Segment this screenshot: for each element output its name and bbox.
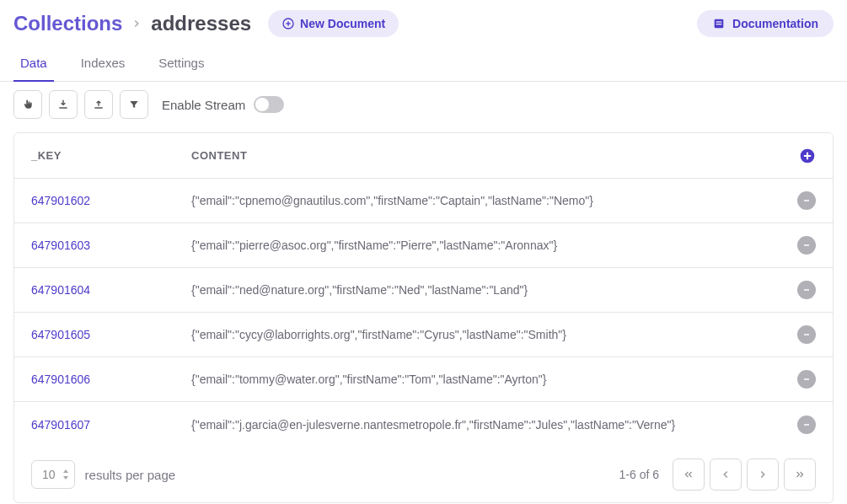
enable-stream-label: Enable Stream bbox=[162, 98, 245, 112]
row-content: {"email":"cycy@laborrights.org","firstNa… bbox=[191, 328, 782, 341]
row-content: {"email":"ned@nature.org","firstName":"N… bbox=[191, 283, 782, 297]
remove-row-button[interactable] bbox=[797, 325, 816, 344]
breadcrumb: Collections addresses bbox=[13, 12, 251, 35]
chevron-right-icon bbox=[757, 469, 769, 480]
table-row: 647901603{"email":"pierre@asoc.org","fir… bbox=[14, 223, 833, 268]
documentation-label: Documentation bbox=[732, 17, 818, 30]
toolbar: Enable Stream bbox=[0, 82, 847, 127]
chevron-double-right-icon bbox=[794, 469, 806, 480]
tabs: Data Indexes Settings bbox=[0, 47, 847, 82]
add-row-button[interactable] bbox=[799, 147, 816, 164]
table-row: 647901602{"email":"cpnemo@gnautilus.com"… bbox=[14, 179, 833, 223]
row-content: {"email":"j.garcia@en-julesverne.nantesm… bbox=[191, 418, 782, 432]
row-key-link[interactable]: 647901607 bbox=[31, 418, 90, 432]
row-content: {"email":"pierre@asoc.org","firstName":"… bbox=[191, 239, 782, 252]
chevron-right-icon bbox=[131, 18, 142, 29]
next-page-button[interactable] bbox=[747, 458, 779, 491]
column-key: _KEY bbox=[31, 149, 191, 162]
remove-row-button[interactable] bbox=[797, 191, 816, 210]
row-key-link[interactable]: 647901606 bbox=[31, 373, 90, 386]
remove-row-button[interactable] bbox=[797, 370, 816, 389]
filter-icon bbox=[128, 99, 140, 110]
upload-icon bbox=[93, 99, 105, 110]
toggle-knob bbox=[255, 98, 269, 111]
caret-icon bbox=[62, 469, 69, 480]
last-page-button[interactable] bbox=[784, 458, 816, 491]
documents-table: _KEY CONTENT 647901602{"email":"cpnemo@g… bbox=[13, 132, 834, 503]
row-content: {"email":"cpnemo@gnautilus.com","firstNa… bbox=[191, 194, 782, 207]
results-per-page-label: results per page bbox=[85, 468, 176, 482]
tab-data[interactable]: Data bbox=[13, 47, 54, 82]
pagination: 10 results per page 1-6 of 6 bbox=[14, 447, 833, 502]
row-key-link[interactable]: 647901604 bbox=[31, 283, 90, 297]
breadcrumb-root[interactable]: Collections bbox=[13, 12, 122, 35]
enable-stream-control: Enable Stream bbox=[162, 96, 284, 113]
upload-button[interactable] bbox=[84, 90, 113, 119]
prev-page-button[interactable] bbox=[710, 458, 742, 491]
enable-stream-toggle[interactable] bbox=[254, 96, 284, 113]
row-content: {"email":"tommy@water.org","firstName":"… bbox=[191, 373, 782, 386]
first-page-button[interactable] bbox=[673, 458, 705, 491]
remove-row-button[interactable] bbox=[797, 416, 816, 434]
table-header: _KEY CONTENT bbox=[14, 133, 833, 179]
table-row: 647901607{"email":"j.garcia@en-julesvern… bbox=[14, 402, 833, 447]
point-tool-button[interactable] bbox=[13, 90, 42, 119]
svg-rect-4 bbox=[716, 21, 722, 22]
book-icon bbox=[712, 17, 726, 30]
svg-rect-5 bbox=[716, 24, 722, 24]
page-size-select[interactable]: 10 bbox=[31, 460, 75, 489]
download-icon bbox=[57, 99, 69, 110]
filter-button[interactable] bbox=[120, 90, 148, 119]
new-document-button[interactable]: New Document bbox=[268, 10, 399, 37]
download-button[interactable] bbox=[49, 90, 78, 119]
column-content: CONTENT bbox=[191, 149, 782, 162]
table-row: 647901606{"email":"tommy@water.org","fir… bbox=[14, 357, 833, 402]
tab-indexes[interactable]: Indexes bbox=[74, 47, 132, 82]
row-key-link[interactable]: 647901603 bbox=[31, 239, 90, 252]
page-size-value: 10 bbox=[42, 468, 56, 481]
page-header: Collections addresses New Document Docum… bbox=[0, 0, 847, 47]
remove-row-button[interactable] bbox=[797, 236, 816, 255]
chevron-left-icon bbox=[720, 469, 732, 480]
breadcrumb-current: addresses bbox=[151, 12, 251, 35]
pager-range: 1-6 of 6 bbox=[619, 468, 659, 481]
row-key-link[interactable]: 647901602 bbox=[31, 194, 90, 207]
tab-settings[interactable]: Settings bbox=[152, 47, 211, 82]
row-key-link[interactable]: 647901605 bbox=[31, 328, 90, 341]
table-row: 647901605{"email":"cycy@laborrights.org"… bbox=[14, 313, 833, 357]
documentation-button[interactable]: Documentation bbox=[697, 10, 834, 37]
table-row: 647901604{"email":"ned@nature.org","firs… bbox=[14, 268, 833, 313]
new-document-label: New Document bbox=[300, 17, 385, 30]
remove-row-button[interactable] bbox=[797, 281, 816, 299]
chevron-double-left-icon bbox=[683, 469, 694, 480]
plus-circle-icon bbox=[281, 17, 295, 30]
hand-pointer-icon bbox=[22, 99, 34, 110]
